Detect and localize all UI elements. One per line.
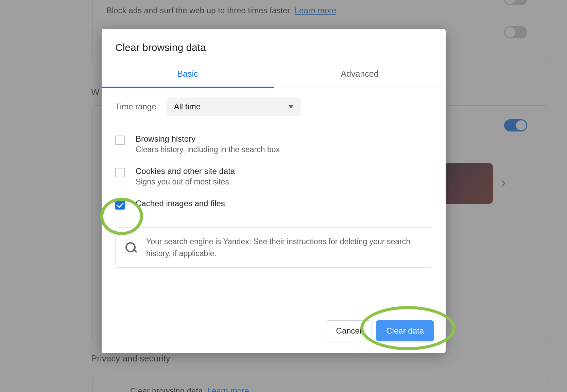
option-browsing-history[interactable]: Browsing history Clears history, includi… (115, 128, 432, 160)
time-range-value: All time (174, 102, 201, 111)
clear-browsing-data-dialog: Clear browsing data Basic Advanced Time … (102, 29, 446, 353)
cancel-button[interactable]: Cancel (326, 320, 372, 341)
option-desc: Clears history, including in the search … (136, 145, 280, 154)
info-text: Your search engine is Yandex. See their … (146, 236, 422, 259)
dialog-tabs: Basic Advanced (102, 63, 446, 88)
tab-advanced[interactable]: Advanced (274, 63, 446, 88)
option-text: Browsing history Clears history, includi… (136, 134, 280, 154)
option-title: Browsing history (136, 134, 280, 144)
option-text: Cookies and other site data Signs you ou… (136, 166, 235, 186)
option-cached[interactable]: Cached images and files (115, 193, 432, 216)
option-cookies[interactable]: Cookies and other site data Signs you ou… (115, 160, 432, 193)
dialog-body: Time range All time Browsing history Cle… (102, 88, 446, 314)
checkbox-cached[interactable] (115, 200, 125, 210)
option-title: Cookies and other site data (136, 166, 235, 176)
checkbox-cookies[interactable] (115, 168, 125, 177)
time-range-select[interactable]: All time (167, 97, 301, 116)
dialog-actions: Cancel Clear data (102, 314, 446, 353)
search-engine-info: Your search engine is Yandex. See their … (115, 227, 432, 268)
time-range-label: Time range (115, 102, 156, 111)
time-range-row: Time range All time (115, 97, 432, 116)
option-title: Cached images and files (136, 199, 225, 208)
option-desc: Signs you out of most sites. (136, 177, 235, 186)
checkbox-browsing-history[interactable] (115, 136, 125, 145)
dialog-title: Clear browsing data (102, 29, 446, 63)
option-text: Cached images and files (136, 199, 225, 210)
tab-basic[interactable]: Basic (102, 63, 274, 88)
clear-data-button[interactable]: Clear data (376, 320, 434, 341)
search-icon (125, 242, 137, 253)
caret-down-icon (288, 105, 294, 108)
